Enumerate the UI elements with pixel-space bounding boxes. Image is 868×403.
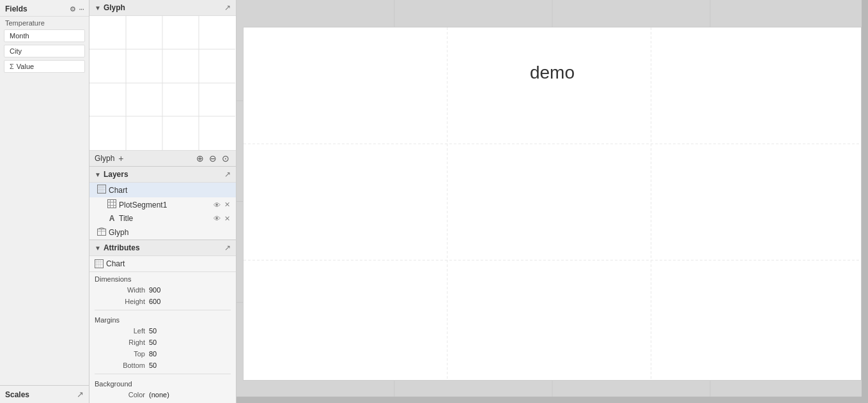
fields-title: Fields [5, 4, 27, 13]
attributes-title: Attributes [104, 243, 140, 252]
glyph-toolbar-label: Glyph [95, 154, 114, 163]
title-delete-button[interactable]: ✕ [224, 215, 231, 223]
top-value[interactable]: 80 [149, 350, 157, 358]
plotsegment1-eye-button[interactable]: 👁 [213, 201, 221, 209]
attributes-pin-icon[interactable]: ↗ [224, 243, 231, 252]
divider-1 [95, 310, 231, 310]
fields-more-icon[interactable]: ··· [79, 4, 84, 13]
chart-layer-icon [97, 185, 106, 195]
svg-rect-12 [108, 200, 116, 208]
plotsegment-icon [107, 199, 116, 210]
scrollbar-right[interactable] [862, 0, 868, 403]
attr-right: Right 50 [89, 337, 236, 348]
glyph-canvas [89, 16, 236, 150]
field-city[interactable]: City [4, 45, 85, 57]
main-canvas: demo [236, 0, 868, 403]
attributes-section: ▼ Attributes ↗ Chart Dimensions Width 90… [89, 240, 236, 403]
glyph-layer-name: Glyph [109, 228, 231, 237]
right-value[interactable]: 50 [149, 338, 157, 346]
bottom-value[interactable]: 50 [149, 361, 157, 369]
top-label: Top [110, 350, 145, 358]
right-label: Right [110, 338, 145, 346]
chart-container: demo [243, 27, 862, 381]
svg-rect-6 [98, 185, 106, 194]
zoom-out-button[interactable]: ⊖ [208, 153, 218, 163]
left-panel: Fields ··· Temperature Month City Value … [0, 0, 89, 403]
layers-section-title-area: ▼ Layers [95, 170, 128, 179]
plotsegment1-layer-name: PlotSegment1 [119, 201, 210, 209]
svg-rect-20 [95, 260, 104, 268]
divider-2 [95, 374, 231, 374]
city-label: City [10, 47, 22, 55]
color-value[interactable]: (none) [149, 391, 169, 399]
attributes-title-area: ▼ Attributes [95, 243, 140, 252]
width-label: Width [110, 286, 145, 294]
glyph-pin-icon[interactable]: ↗ [224, 3, 231, 12]
plotsegment1-actions: 👁 ✕ [213, 201, 231, 209]
glyph-layer-icon [97, 227, 106, 238]
attr-left: Left 50 [89, 325, 236, 337]
layer-title[interactable]: A Title 👁 ✕ [89, 212, 236, 225]
glyph-grid-svg [89, 16, 236, 150]
glyph-toolbar-left: Glyph + [95, 153, 125, 163]
layer-chart-main: Chart [97, 185, 231, 195]
month-label: Month [10, 32, 29, 40]
glyph-toolbar: Glyph + ⊕ ⊖ ⊙ [89, 150, 236, 166]
glyph-section-title: Glyph [104, 3, 125, 12]
layer-chart[interactable]: Chart [89, 183, 236, 197]
layers-pin-icon[interactable]: ↗ [224, 170, 231, 179]
left-label: Left [110, 327, 145, 335]
glyph-section-header: ▼ Glyph ↗ [89, 0, 236, 16]
field-value[interactable]: Value [4, 60, 85, 73]
field-group-temperature: Temperature [0, 17, 89, 28]
margins-label: Margins [89, 313, 236, 325]
title-layer-name: Title [119, 214, 210, 223]
zoom-in-button[interactable]: ⊕ [195, 153, 205, 163]
width-value[interactable]: 900 [149, 286, 160, 294]
layer-plotsegment1[interactable]: PlotSegment1 👁 ✕ [89, 197, 236, 212]
attr-height: Height 600 [89, 296, 236, 307]
left-value[interactable]: 50 [149, 327, 157, 335]
attributes-chart-icon [95, 259, 104, 268]
middle-panel: ▼ Glyph ↗ Glyph + ⊕ [89, 0, 236, 403]
attr-color: Color (none) [89, 389, 236, 400]
glyph-collapse-arrow[interactable]: ▼ [95, 4, 101, 11]
layer-title-main: A Title 👁 ✕ [107, 214, 231, 223]
svg-rect-17 [98, 229, 106, 236]
scrollbar-bottom[interactable] [236, 397, 862, 403]
title-layer-icon: A [107, 214, 116, 223]
value-label: Value [17, 63, 34, 70]
glyph-section: ▼ Glyph ↗ Glyph + ⊕ [89, 0, 236, 167]
layer-glyph[interactable]: Glyph [89, 225, 236, 240]
zoom-controls: ⊕ ⊖ ⊙ [195, 153, 231, 163]
attr-bottom: Bottom 50 [89, 360, 236, 371]
fields-settings-icon[interactable] [70, 4, 76, 13]
layers-collapse-arrow[interactable]: ▼ [95, 171, 101, 178]
zoom-fit-button[interactable]: ⊙ [221, 153, 231, 163]
chart-layer-name: Chart [109, 186, 231, 195]
background-label: Background [89, 377, 236, 389]
height-label: Height [110, 298, 145, 305]
bottom-label: Bottom [110, 361, 145, 369]
attr-width: Width 900 [89, 284, 236, 296]
layer-plotsegment1-main: PlotSegment1 👁 ✕ [107, 199, 231, 210]
field-month[interactable]: Month [4, 29, 85, 42]
height-value[interactable]: 600 [149, 298, 160, 305]
scales-section: Scales ↗ [0, 385, 89, 403]
layers-section-title: Layers [104, 170, 128, 179]
layer-glyph-main: Glyph [97, 227, 231, 238]
attributes-chart-name: Chart [106, 259, 125, 268]
attr-top: Top 80 [89, 348, 236, 360]
demo-text: demo [244, 63, 861, 83]
title-eye-button[interactable]: 👁 [213, 215, 221, 223]
glyph-add-button[interactable]: + [117, 153, 125, 163]
scales-title: Scales [5, 390, 29, 399]
layers-section-header: ▼ Layers ↗ [89, 167, 236, 183]
plotsegment1-delete-button[interactable]: ✕ [224, 201, 231, 209]
fields-icons: ··· [70, 4, 84, 13]
attributes-collapse-arrow[interactable]: ▼ [95, 245, 101, 252]
scales-pin-icon[interactable]: ↗ [77, 390, 84, 399]
glyph-section-title-area: ▼ Glyph [95, 3, 125, 12]
attributes-chart-label[interactable]: Chart [89, 256, 236, 272]
layers-section: ▼ Layers ↗ Chart [89, 167, 236, 240]
